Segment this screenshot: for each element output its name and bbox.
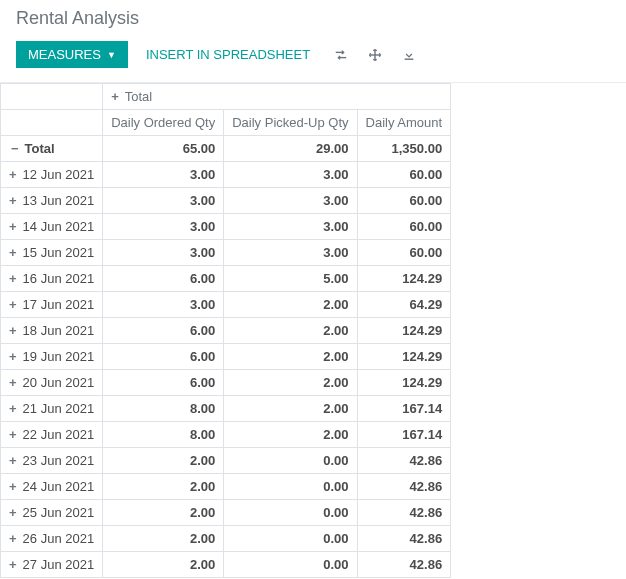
cell: 6.00 <box>103 344 224 370</box>
plus-icon: + <box>9 271 17 286</box>
svg-rect-0 <box>405 58 414 59</box>
expand-all-icon[interactable] <box>368 48 382 62</box>
cell: 2.00 <box>103 526 224 552</box>
measure-header-amount[interactable]: Daily Amount <box>357 110 451 136</box>
cell: 42.86 <box>357 474 451 500</box>
measure-header-ordered[interactable]: Daily Ordered Qty <box>103 110 224 136</box>
cell: 60.00 <box>357 240 451 266</box>
toolbar: MEASURES ▼ INSERT IN SPREADSHEET <box>0 33 626 82</box>
table-row[interactable]: +14 Jun 20213.003.0060.00 <box>1 214 451 240</box>
cell: 3.00 <box>103 188 224 214</box>
measures-button[interactable]: MEASURES ▼ <box>16 41 128 68</box>
row-label[interactable]: +24 Jun 2021 <box>1 474 103 500</box>
plus-icon: + <box>9 219 17 234</box>
table-row[interactable]: +16 Jun 20216.005.00124.29 <box>1 266 451 292</box>
plus-icon: + <box>9 401 17 416</box>
table-row[interactable]: +25 Jun 20212.000.0042.86 <box>1 500 451 526</box>
table-row[interactable]: +21 Jun 20218.002.00167.14 <box>1 396 451 422</box>
measure-header-picked[interactable]: Daily Picked-Up Qty <box>224 110 357 136</box>
plus-icon: + <box>9 453 17 468</box>
caret-down-icon: ▼ <box>107 50 116 60</box>
cell: 3.00 <box>224 188 357 214</box>
table-row[interactable]: +26 Jun 20212.000.0042.86 <box>1 526 451 552</box>
plus-icon: + <box>9 557 17 572</box>
cell: 5.00 <box>224 266 357 292</box>
row-label[interactable]: +26 Jun 2021 <box>1 526 103 552</box>
cell: 3.00 <box>103 240 224 266</box>
cell: 2.00 <box>224 292 357 318</box>
column-total-header[interactable]: +Total <box>103 84 451 110</box>
pivot-body: −Total 65.00 29.00 1,350.00 +12 Jun 2021… <box>1 136 451 578</box>
plus-icon: + <box>9 323 17 338</box>
cell: 3.00 <box>103 292 224 318</box>
table-row[interactable]: +24 Jun 20212.000.0042.86 <box>1 474 451 500</box>
table-row[interactable]: +18 Jun 20216.002.00124.29 <box>1 318 451 344</box>
cell: 8.00 <box>103 396 224 422</box>
row-label[interactable]: +15 Jun 2021 <box>1 240 103 266</box>
flip-axis-icon[interactable] <box>334 48 348 62</box>
plus-icon: + <box>9 531 17 546</box>
table-row[interactable]: +17 Jun 20213.002.0064.29 <box>1 292 451 318</box>
row-label[interactable]: +13 Jun 2021 <box>1 188 103 214</box>
row-label[interactable]: +12 Jun 2021 <box>1 162 103 188</box>
table-row[interactable]: +13 Jun 20213.003.0060.00 <box>1 188 451 214</box>
cell: 3.00 <box>224 240 357 266</box>
corner-cell-2 <box>1 110 103 136</box>
table-row[interactable]: +22 Jun 20218.002.00167.14 <box>1 422 451 448</box>
cell: 0.00 <box>224 500 357 526</box>
cell: 0.00 <box>224 448 357 474</box>
table-row[interactable]: +23 Jun 20212.000.0042.86 <box>1 448 451 474</box>
total-picked: 29.00 <box>224 136 357 162</box>
table-row[interactable]: +19 Jun 20216.002.00124.29 <box>1 344 451 370</box>
cell: 124.29 <box>357 318 451 344</box>
pivot-table: +Total Daily Ordered Qty Daily Picked-Up… <box>0 83 451 578</box>
row-label[interactable]: +21 Jun 2021 <box>1 396 103 422</box>
total-header-label: Total <box>125 89 152 104</box>
cell: 6.00 <box>103 370 224 396</box>
cell: 42.86 <box>357 500 451 526</box>
cell: 2.00 <box>103 500 224 526</box>
row-label[interactable]: +23 Jun 2021 <box>1 448 103 474</box>
cell: 3.00 <box>224 162 357 188</box>
total-row-label[interactable]: −Total <box>1 136 103 162</box>
table-row[interactable]: +20 Jun 20216.002.00124.29 <box>1 370 451 396</box>
table-row[interactable]: +12 Jun 20213.003.0060.00 <box>1 162 451 188</box>
row-label[interactable]: +25 Jun 2021 <box>1 500 103 526</box>
toolbar-icons <box>334 48 416 62</box>
table-row[interactable]: +27 Jun 20212.000.0042.86 <box>1 552 451 578</box>
plus-icon: + <box>9 375 17 390</box>
row-label[interactable]: +14 Jun 2021 <box>1 214 103 240</box>
row-label[interactable]: +20 Jun 2021 <box>1 370 103 396</box>
table-row[interactable]: +15 Jun 20213.003.0060.00 <box>1 240 451 266</box>
cell: 6.00 <box>103 318 224 344</box>
insert-spreadsheet-button[interactable]: INSERT IN SPREADSHEET <box>142 41 314 68</box>
cell: 6.00 <box>103 266 224 292</box>
cell: 42.86 <box>357 552 451 578</box>
row-label[interactable]: +22 Jun 2021 <box>1 422 103 448</box>
plus-icon: + <box>9 349 17 364</box>
plus-icon: + <box>9 427 17 442</box>
row-label[interactable]: +27 Jun 2021 <box>1 552 103 578</box>
row-label[interactable]: +18 Jun 2021 <box>1 318 103 344</box>
cell: 2.00 <box>224 344 357 370</box>
cell: 124.29 <box>357 266 451 292</box>
plus-icon: + <box>9 297 17 312</box>
cell: 60.00 <box>357 188 451 214</box>
cell: 2.00 <box>103 474 224 500</box>
total-row[interactable]: −Total 65.00 29.00 1,350.00 <box>1 136 451 162</box>
cell: 2.00 <box>224 396 357 422</box>
row-label[interactable]: +17 Jun 2021 <box>1 292 103 318</box>
cell: 167.14 <box>357 396 451 422</box>
row-label[interactable]: +19 Jun 2021 <box>1 344 103 370</box>
plus-icon: + <box>9 193 17 208</box>
plus-icon: + <box>9 167 17 182</box>
cell: 3.00 <box>224 214 357 240</box>
cell: 0.00 <box>224 474 357 500</box>
cell: 2.00 <box>224 422 357 448</box>
cell: 2.00 <box>224 318 357 344</box>
plus-icon: + <box>9 505 17 520</box>
cell: 42.86 <box>357 448 451 474</box>
cell: 60.00 <box>357 162 451 188</box>
row-label[interactable]: +16 Jun 2021 <box>1 266 103 292</box>
download-icon[interactable] <box>402 48 416 62</box>
